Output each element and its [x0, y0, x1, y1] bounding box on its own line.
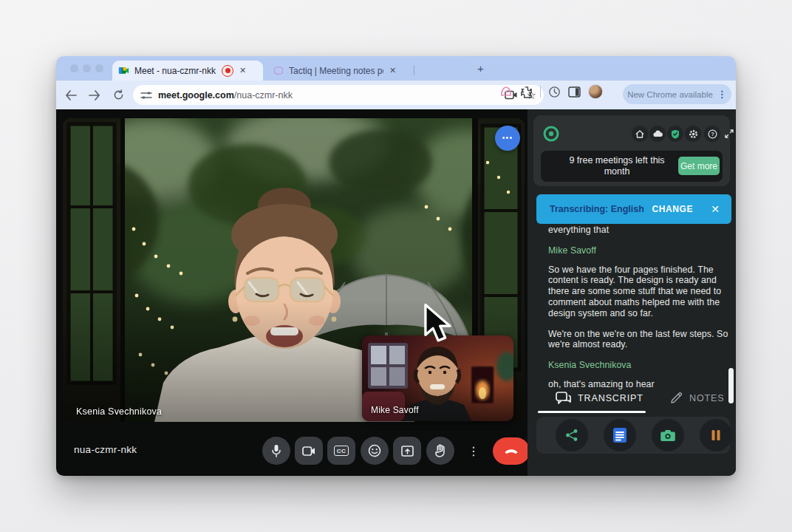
cloud-button[interactable]	[649, 126, 666, 142]
reload-button[interactable]	[109, 86, 127, 104]
captions-icon: CC	[334, 446, 349, 456]
reload-icon	[113, 89, 124, 100]
chat-bubble-button[interactable]: •••	[495, 126, 520, 151]
back-arrow-icon	[65, 90, 77, 100]
tactiq-sidebar: ? 9 free meetings left this month Get mo…	[528, 109, 736, 476]
meeting-code: nua-czmr-nkk	[74, 444, 137, 455]
chrome-update-button[interactable]: New Chrome available ⋮	[623, 84, 731, 104]
transcript-speaker: Mike Savoff	[548, 245, 733, 256]
more-options-button[interactable]: ⋮	[460, 437, 488, 465]
transcribing-banner: Transcribing: English CHANGE ✕	[536, 194, 731, 224]
privacy-shield-button[interactable]	[667, 126, 683, 142]
present-screen-icon	[401, 446, 414, 457]
tab-strip: Meet - nua-czmr-nkk ✕ Tactiq | Meeting n…	[56, 56, 736, 81]
site-settings-icon	[140, 90, 152, 100]
window-zoom-button[interactable]	[95, 64, 103, 72]
chrome-update-label: New Chrome available	[627, 90, 713, 99]
help-icon: ?	[708, 129, 717, 139]
shield-check-icon	[671, 129, 680, 139]
docs-icon	[612, 427, 628, 443]
url-path: /nua-czmr-nkk	[234, 90, 293, 100]
desktop: Meet - nua-czmr-nkk ✕ Tactiq | Meeting n…	[0, 0, 792, 532]
svg-text:?: ?	[711, 131, 714, 136]
pip-participant-label: Mike Savoff	[371, 405, 419, 415]
tab-transcript-label: TRANSCRIPT	[578, 393, 644, 403]
tab-tactiq[interactable]: Tactiq | Meeting notes powe ✕	[267, 61, 409, 81]
pause-icon	[711, 429, 721, 441]
tab-separator	[414, 65, 414, 75]
transcript-speaker: Ksenia Svechnikova	[548, 360, 733, 371]
address-bar[interactable]: meet.google.com/nua-czmr-nkk ☆	[133, 85, 544, 105]
profile-avatar[interactable]	[588, 84, 603, 99]
present-button[interactable]	[393, 437, 421, 465]
browser-toolbar: meet.google.com/nua-czmr-nkk ☆	[56, 81, 736, 109]
active-tab-underline	[538, 411, 646, 413]
pause-recording-button[interactable]	[700, 419, 732, 451]
meet-content: Ksenia Svechnikova •••	[56, 109, 736, 476]
forward-button[interactable]	[86, 86, 103, 104]
share-button[interactable]	[556, 419, 588, 451]
reactions-button[interactable]	[361, 437, 389, 465]
close-icon[interactable]: ✕	[711, 203, 720, 215]
transcript-text: oh, that's amazing to hear	[548, 379, 733, 390]
forward-arrow-icon	[89, 90, 100, 100]
settings-button[interactable]	[685, 126, 701, 142]
main-participant-label: Ksenia Svechnikova	[76, 406, 162, 417]
back-button[interactable]	[62, 86, 80, 104]
captions-button[interactable]: CC	[327, 437, 355, 465]
raise-hand-button[interactable]	[426, 437, 454, 465]
transcript-text: everything that	[548, 225, 733, 236]
transcribing-label: Transcribing: English	[550, 204, 644, 214]
transcript-text: So we have the four pages finished. The …	[548, 265, 733, 319]
more-vertical-icon: ⋮	[468, 444, 479, 458]
toolbar-divider	[540, 86, 541, 98]
end-call-button[interactable]	[493, 437, 530, 465]
screenshot-button[interactable]	[652, 419, 684, 451]
settings-gear-icon	[689, 129, 698, 139]
side-panel-icon[interactable]	[568, 86, 581, 98]
get-more-button[interactable]: Get more	[678, 157, 720, 175]
close-tab-icon[interactable]: ✕	[389, 66, 396, 75]
tab-notes-label: NOTES	[689, 393, 725, 403]
new-tab-button[interactable]: +	[477, 62, 484, 75]
help-button[interactable]: ?	[704, 126, 720, 142]
tab-transcript[interactable]: TRANSCRIPT	[556, 392, 644, 405]
tactiq-favicon-icon	[273, 66, 284, 76]
change-language-button[interactable]: CHANGE	[652, 204, 693, 214]
mic-icon	[271, 444, 281, 457]
share-icon	[565, 429, 578, 442]
mic-button[interactable]	[262, 437, 290, 465]
home-button[interactable]	[632, 126, 648, 142]
tactiq-tab-bar: TRANSCRIPT NOTES	[528, 390, 736, 412]
tactiq-logo-icon	[542, 125, 560, 143]
recording-indicator-icon	[222, 65, 233, 77]
tab-title: Tactiq | Meeting notes powe	[289, 66, 383, 76]
tactiq-header-panel: ? 9 free meetings left this month Get mo…	[533, 115, 730, 186]
collapse-panel-button[interactable]	[721, 126, 736, 142]
close-tab-icon[interactable]: ✕	[239, 66, 246, 75]
videocam-icon	[302, 446, 315, 456]
google-docs-button[interactable]	[604, 419, 636, 451]
camera-photo-icon	[660, 429, 675, 442]
extensions-puzzle-icon[interactable]	[520, 86, 533, 98]
tactiq-extension-icon[interactable]	[499, 86, 513, 98]
transcript-chat-icon	[556, 392, 571, 405]
pip-video-tile[interactable]: Mike Savoff	[362, 335, 513, 421]
chat-dots-icon: •••	[502, 133, 513, 142]
window-close-button[interactable]	[70, 64, 78, 72]
camera-button[interactable]	[295, 437, 323, 465]
home-icon	[635, 130, 644, 138]
tab-notes[interactable]: NOTES	[670, 392, 725, 404]
tactiq-action-bar	[536, 417, 730, 454]
end-call-icon	[504, 448, 519, 454]
more-vertical-icon[interactable]: ⋮	[717, 89, 727, 100]
credits-banner: 9 free meetings left this month Get more	[541, 151, 723, 182]
mouse-cursor	[423, 303, 457, 344]
emoji-icon	[368, 444, 381, 457]
window-minimize-button[interactable]	[83, 64, 91, 72]
transcript-blocks: everything thatMike SavoffSo we have the…	[548, 225, 733, 400]
tab-meet[interactable]: Meet - nua-czmr-nkk ✕	[112, 61, 263, 81]
meet-favicon-icon	[118, 65, 129, 76]
history-icon[interactable]	[548, 86, 561, 98]
tab-title: Meet - nua-czmr-nkk	[134, 66, 216, 76]
